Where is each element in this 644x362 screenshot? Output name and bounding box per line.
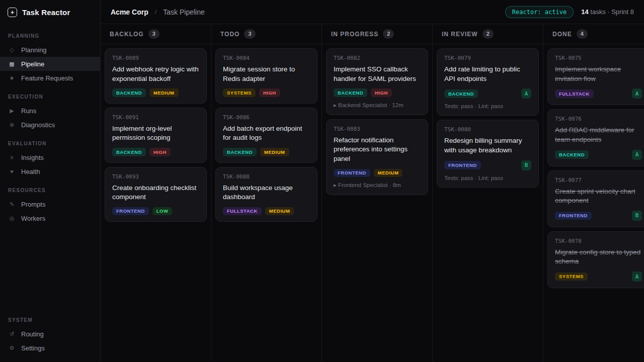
sidebar-item-runs[interactable]: ▶ Runs — [0, 104, 100, 118]
task-card[interactable]: TSK-0091 Implement org-level permission … — [105, 108, 207, 163]
sidebar-item-label: Planning — [21, 46, 47, 54]
task-card[interactable]: TSK-0088 Build workspace usage dashboard… — [215, 167, 317, 222]
column-header: BACKLOG 3 — [101, 24, 211, 44]
star-icon: ★ — [8, 75, 16, 81]
tag-priority-medium: MEDIUM — [260, 148, 289, 156]
column-title: IN REVIEW — [442, 31, 478, 38]
task-id: TSK-0075 — [555, 55, 642, 61]
breadcrumb-page: Task Pipeline — [163, 8, 205, 16]
column-count-badge: 3 — [148, 29, 159, 38]
column-count-badge: 4 — [577, 29, 588, 38]
kanban-board: BACKLOG 3 TSK-0089 Add webhook retry log… — [101, 24, 644, 362]
assignee-avatar: B — [632, 211, 642, 221]
task-title: Refactor notification preferences into s… — [334, 136, 421, 164]
sidebar-item-prompts[interactable]: ✎ Prompts — [0, 197, 100, 211]
sidebar-item-insights[interactable]: ≡ Insights — [0, 150, 100, 164]
sidebar-item-workers[interactable]: ◎ Workers — [0, 211, 100, 225]
undo-arrow-icon: ↺ — [8, 331, 16, 337]
task-id: TSK-0079 — [444, 55, 531, 61]
top-bar: Acme Corp / Task Pipeline Reactor: activ… — [101, 0, 644, 24]
task-card[interactable]: TSK-0084 Migrate session store to Redis … — [215, 48, 317, 104]
section-label-evaluation: EVALUATION — [8, 141, 92, 146]
tag-row: FRONTEND B — [444, 160, 531, 170]
assignee-avatar: A — [632, 150, 642, 160]
tag-backend: BACKEND — [444, 89, 478, 98]
task-card[interactable]: TSK-0083 Refactor notification preferenc… — [326, 119, 428, 195]
column-title: BACKLOG — [110, 31, 144, 38]
task-card[interactable]: TSK-0080 Redesign billing summary with u… — [437, 120, 539, 187]
task-card[interactable]: TSK-0089 Add webhook retry logic with ex… — [105, 48, 207, 104]
task-id: TSK-0083 — [334, 126, 421, 132]
section-label-planning: PLANNING — [8, 33, 92, 39]
task-card[interactable]: TSK-0075 Implement workspace invitation … — [547, 48, 644, 105]
task-title: Add batch export endpoint for audit logs — [223, 124, 310, 143]
task-card[interactable]: TSK-0093 Create onboarding checklist com… — [105, 167, 207, 222]
task-card[interactable]: TSK-0086 Add batch export endpoint for a… — [215, 108, 317, 163]
task-title: Create onboarding checklist component — [112, 184, 199, 202]
column-title: DONE — [552, 31, 572, 38]
task-id: TSK-0080 — [444, 126, 531, 133]
tag-systems: SYSTEMS — [555, 273, 588, 281]
tag-row: BACKEND MEDIUM — [223, 148, 310, 156]
tag-row: BACKEND A — [555, 150, 642, 160]
task-card[interactable]: TSK-0082 Implement SSO callback handler … — [326, 48, 428, 115]
tag-priority-medium: MEDIUM — [374, 169, 403, 177]
column-header: TODO 3 — [211, 24, 321, 44]
sidebar-item-pipeline[interactable]: ▦ Pipeline — [0, 57, 100, 71]
task-id: TSK-0091 — [112, 114, 199, 121]
task-card[interactable]: TSK-0078 Migrate config store to typed s… — [547, 231, 644, 288]
task-id: TSK-0082 — [334, 55, 421, 61]
tag-priority-medium: MEDIUM — [149, 88, 179, 97]
assignee-avatar: A — [632, 88, 642, 99]
column-count-badge: 2 — [482, 29, 494, 38]
task-count: 14 — [581, 8, 588, 16]
task-title: Implement SSO callback handler for SAML … — [334, 65, 421, 83]
sidebar-item-routing[interactable]: ↺ Routing — [0, 327, 100, 341]
sidebar-item-planning[interactable]: ◇ Planning — [0, 43, 100, 57]
column-count-badge: 3 — [244, 29, 255, 38]
tag-row: FULLSTACK A — [555, 88, 642, 99]
breadcrumb-separator: / — [155, 8, 157, 16]
sidebar-item-settings[interactable]: ⚙ Settings — [0, 341, 100, 355]
sidebar-item-feature-requests[interactable]: ★ Feature Requests — [0, 71, 100, 85]
sidebar-item-label: Insights — [21, 154, 44, 161]
grid-icon: ▦ — [8, 61, 16, 67]
sidebar-item-health[interactable]: ♥ Health — [0, 164, 100, 178]
circle-dot-icon: ◎ — [8, 216, 16, 221]
tag-row: SYSTEMS A — [555, 272, 642, 282]
tag-row: SYSTEMS HIGH — [223, 88, 310, 97]
main-area: Acme Corp / Task Pipeline Reactor: activ… — [101, 0, 644, 362]
checks-meta: Tests: pass · Lint: pass — [444, 175, 531, 181]
tag-frontend: FRONTEND — [334, 169, 370, 177]
tag-frontend: FRONTEND — [555, 212, 592, 220]
column-backlog: BACKLOG 3 TSK-0089 Add webhook retry log… — [101, 24, 211, 362]
column-in-progress: IN PROGRESS 2 TSK-0082 Implement SSO cal… — [322, 24, 433, 362]
sidebar-item-diagnostics[interactable]: ⊕ Diagnostics — [0, 118, 100, 132]
section-label-system: SYSTEM — [8, 317, 92, 323]
tag-priority-high: HIGH — [371, 88, 392, 97]
task-id: TSK-0086 — [223, 114, 310, 121]
task-card[interactable]: TSK-0079 Add rate limiting to public API… — [437, 48, 539, 116]
tag-row: FRONTEND B — [555, 211, 642, 221]
task-stats: 14 tasks · Sprint 8 — [581, 8, 634, 16]
tag-fullstack: FULLSTACK — [223, 207, 262, 216]
task-card[interactable]: TSK-0076 Add RBAC middleware for team en… — [547, 109, 644, 166]
tag-backend: BACKEND — [112, 148, 146, 156]
checks-meta: Tests: pass · Lint: pass — [444, 103, 531, 109]
tag-backend: BACKEND — [334, 88, 367, 97]
tag-row: FRONTEND LOW — [112, 207, 199, 216]
column-header: IN PROGRESS 2 — [322, 24, 432, 44]
tag-priority-low: LOW — [152, 207, 173, 216]
task-card[interactable]: TSK-0077 Create sprint velocity chart co… — [547, 170, 644, 227]
breadcrumb-org[interactable]: Acme Corp — [111, 8, 148, 16]
tag-row: BACKEND HIGH — [112, 148, 199, 156]
sidebar-item-label: Settings — [21, 344, 45, 352]
gear-icon: ⚙ — [8, 345, 16, 351]
task-id: TSK-0076 — [555, 116, 642, 122]
assignee-avatar: B — [521, 160, 531, 170]
sidebar-item-label: Prompts — [21, 201, 45, 208]
assignee-avatar: A — [521, 88, 531, 99]
tag-priority-medium: MEDIUM — [265, 207, 294, 216]
task-title: Migrate session store to Redis adapter — [223, 65, 310, 83]
list-icon: ≡ — [8, 155, 16, 160]
